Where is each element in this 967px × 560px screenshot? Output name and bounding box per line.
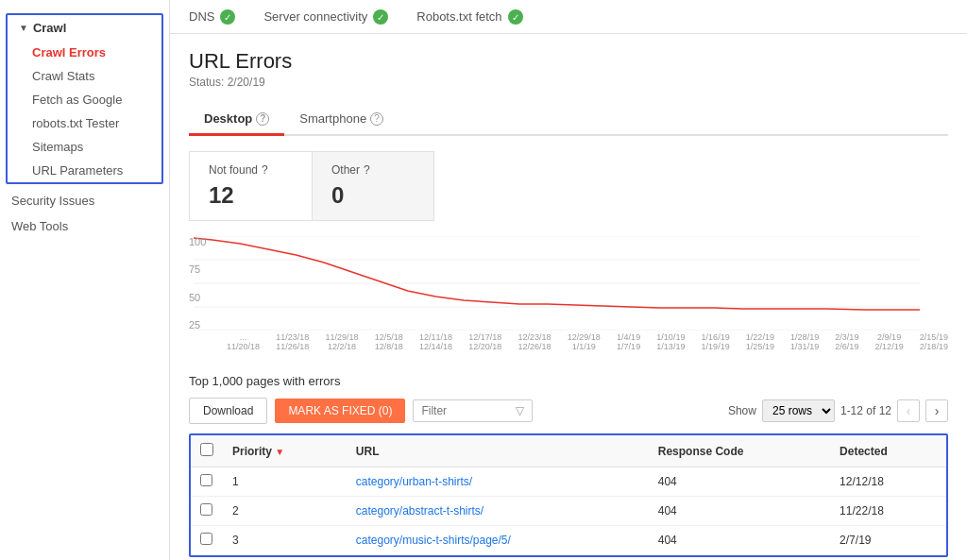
sidebar-item-crawl-stats[interactable]: Crawl Stats (8, 64, 161, 88)
row-priority: 1 (223, 467, 347, 497)
errors-table-container: Priority ▼ URL Response Code Detected 1 … (189, 433, 948, 557)
chart-y-labels: 100 75 50 25 (189, 236, 217, 331)
row-response-code: 404 (649, 526, 830, 555)
crawl-arrow-icon: ▼ (19, 23, 28, 33)
tab-desktop[interactable]: Desktop ? (189, 104, 284, 136)
row-checkbox[interactable] (200, 474, 212, 486)
table-body: 1 category/urban-t-shirts/ 404 12/12/18 … (191, 467, 946, 555)
col-detected: Detected (830, 435, 946, 467)
row-checkbox-cell (191, 497, 223, 526)
page-subtitle: Status: 2/20/19 (189, 76, 948, 89)
row-priority: 3 (223, 526, 347, 555)
table-row: 2 category/abstract-t-shirts/ 404 11/22/… (191, 497, 946, 526)
server-check-icon (373, 9, 388, 25)
rows-select[interactable]: 25 rows (762, 399, 835, 422)
not-found-stat: Not found ? 12 (189, 151, 312, 221)
page-title: URL Errors (189, 49, 948, 74)
prev-page-button[interactable]: ‹ (897, 399, 920, 422)
other-value: 0 (331, 182, 415, 209)
errors-table: Priority ▼ URL Response Code Detected 1 … (191, 435, 946, 555)
sidebar-item-web-tools[interactable]: Web Tools (0, 213, 169, 239)
row-detected: 11/22/18 (830, 497, 946, 526)
mark-fixed-button[interactable]: MARK AS FIXED (0) (275, 399, 405, 423)
chart-svg (194, 236, 920, 331)
row-response-code: 404 (649, 467, 830, 497)
row-url[interactable]: category/urban-t-shirts/ (347, 467, 649, 497)
filter-input[interactable] (421, 404, 516, 417)
row-checkbox[interactable] (200, 533, 212, 545)
other-stat: Other ? 0 (312, 151, 434, 221)
crawl-label: Crawl (33, 21, 66, 35)
table-row: 1 category/urban-t-shirts/ 404 12/12/18 (191, 467, 946, 497)
col-url: URL (347, 435, 649, 467)
tab-smartphone[interactable]: Smartphone ? (284, 104, 399, 136)
select-all-checkbox[interactable] (200, 443, 213, 456)
toolbar: Download MARK AS FIXED (0) ▽ Show 25 row… (189, 398, 948, 424)
row-checkbox[interactable] (200, 503, 212, 516)
next-page-button[interactable]: › (925, 399, 948, 422)
sidebar-item-crawl-errors[interactable]: Crawl Errors (8, 41, 161, 64)
main-content: DNS Server connectivity Robots.txt fetch… (170, 0, 967, 560)
pagination-info: 1-12 of 12 ‹ › (840, 399, 948, 422)
show-rows: Show 25 rows 1-12 of 12 ‹ › (728, 399, 948, 422)
robots-fetch-status: Robots.txt fetch (416, 9, 522, 25)
sidebar-item-robots-txt-tester[interactable]: robots.txt Tester (8, 111, 161, 135)
row-detected: 12/12/18 (830, 467, 946, 497)
col-checkbox (191, 435, 223, 467)
sidebar-item-url-parameters[interactable]: URL Parameters (8, 159, 161, 182)
col-response-code: Response Code (649, 435, 830, 467)
priority-sort-icon: ▼ (275, 447, 284, 457)
sidebar-crawl-header[interactable]: ▼ Crawl (8, 15, 161, 41)
row-url[interactable]: category/abstract-t-shirts/ (347, 497, 649, 526)
download-button[interactable]: Download (189, 398, 267, 424)
sidebar-item-security-issues[interactable]: Security Issues (0, 188, 169, 213)
robots-check-icon (508, 9, 523, 25)
top-bar: DNS Server connectivity Robots.txt fetch (170, 0, 967, 34)
filter-input-wrap: ▽ (413, 399, 533, 422)
row-priority: 2 (223, 497, 347, 526)
table-row: 3 category/music-t-shirts/page/5/ 404 2/… (191, 526, 946, 555)
col-priority: Priority ▼ (223, 435, 347, 467)
filter-icon: ▽ (516, 404, 524, 417)
dns-check-icon (220, 9, 235, 25)
row-response-code: 404 (649, 497, 830, 526)
not-found-help-icon[interactable]: ? (262, 163, 268, 177)
desktop-help-icon[interactable]: ? (256, 112, 269, 126)
sidebar: ▼ Crawl Crawl Errors Crawl Stats Fetch a… (0, 0, 170, 560)
error-chart: 100 75 50 25 ...11/20/18 (189, 236, 948, 359)
other-help-icon[interactable]: ? (364, 163, 370, 177)
sidebar-item-fetch-as-google[interactable]: Fetch as Google (8, 88, 161, 111)
smartphone-help-icon[interactable]: ? (370, 112, 383, 126)
chart-x-labels: ...11/20/18 11/23/1811/26/18 11/29/1812/… (227, 332, 948, 351)
server-connectivity-status: Server connectivity (263, 9, 388, 25)
not-found-value: 12 (209, 182, 293, 209)
stats-row: Not found ? 12 Other ? 0 (189, 151, 948, 221)
dns-status: DNS (189, 9, 235, 25)
tab-bar: Desktop ? Smartphone ? (189, 104, 948, 136)
top-pages-header: Top 1,000 pages with errors (189, 374, 948, 388)
row-checkbox-cell (191, 526, 223, 555)
row-detected: 2/7/19 (830, 526, 946, 555)
row-url[interactable]: category/music-t-shirts/page/5/ (347, 526, 649, 555)
sidebar-item-sitemaps[interactable]: Sitemaps (8, 135, 161, 159)
row-checkbox-cell (191, 467, 223, 497)
